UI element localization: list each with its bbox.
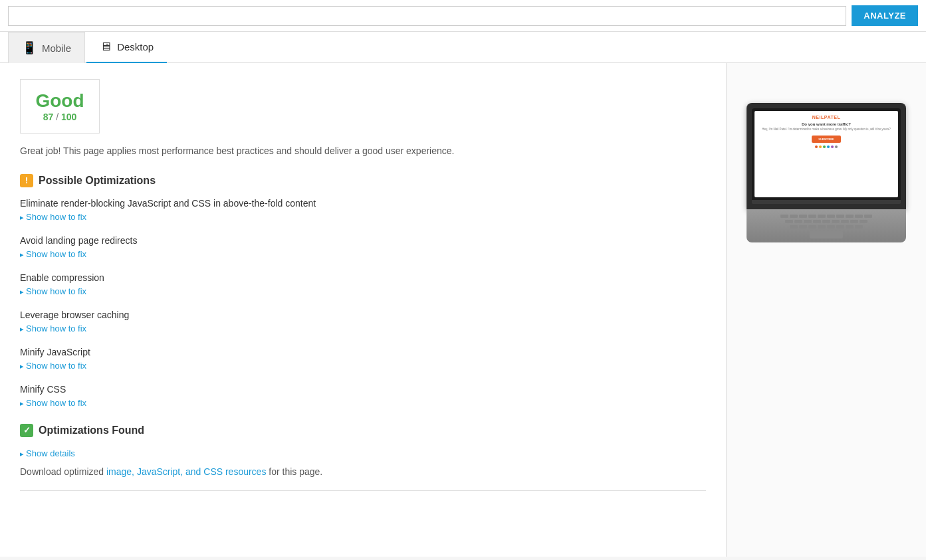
key [794, 220, 802, 223]
opt-item-2: Enable compression Show how to fix [20, 272, 706, 296]
score-label: Good [34, 90, 86, 112]
download-link[interactable]: image, JavaScript, and CSS resources [106, 466, 266, 477]
download-prefix: Download optimized [20, 466, 104, 477]
screen-cta-button: SUBSCRIBE [812, 136, 841, 143]
tab-mobile-label: Mobile [42, 43, 71, 54]
dot-3 [823, 145, 826, 148]
main-layout: Good 87 / 100 Great job! This page appli… [0, 63, 926, 557]
score-max: 100 [61, 112, 76, 122]
tabs-bar: 📱 Mobile 🖥 Desktop [0, 32, 926, 63]
key [846, 225, 854, 229]
opt-title-3: Leverage browser caching [20, 310, 706, 320]
key [864, 215, 872, 218]
check-icon: ✓ [20, 424, 33, 437]
optimizations-found-title: Optimizations Found [39, 424, 144, 436]
key [808, 215, 816, 218]
screen-heading: Do you want more traffic? [758, 122, 894, 126]
opt-item-1: Avoid landing page redirects Show how to… [20, 235, 706, 259]
key [804, 220, 812, 223]
laptop-screen: NEILPATEL Do you want more traffic? Hey,… [754, 111, 898, 197]
url-input[interactable]: http://neilpatel.com/ [8, 6, 846, 26]
show-link-3[interactable]: Show how to fix [20, 324, 86, 333]
key [860, 220, 868, 223]
warning-icon: ! [20, 174, 33, 187]
key [850, 220, 858, 223]
download-text: Download optimized image, JavaScript, an… [20, 466, 706, 477]
show-link-5[interactable]: Show how to fix [20, 398, 86, 408]
score-box: Good 87 / 100 [20, 79, 100, 134]
screen-cta-area: SUBSCRIBE [758, 136, 894, 143]
dot-6 [835, 145, 838, 148]
desktop-icon: 🖥 [100, 40, 112, 54]
key [827, 225, 835, 229]
mobile-icon: 📱 [22, 41, 37, 55]
opt-item-5: Minify CSS Show how to fix [20, 384, 706, 408]
key [790, 215, 798, 218]
score-number: 87 [43, 112, 54, 122]
laptop-bezel: NEILPATEL Do you want more traffic? Hey,… [752, 108, 901, 200]
tab-desktop[interactable]: 🖥 Desktop [86, 32, 167, 63]
keyboard-row-2 [754, 220, 898, 223]
keyboard-row-1 [754, 215, 898, 218]
description-text: Great job! This page applies most perfor… [20, 144, 706, 158]
laptop-trackpad [810, 231, 843, 238]
show-link-1[interactable]: Show how to fix [20, 249, 86, 259]
key [785, 220, 793, 223]
screen-dots [758, 145, 894, 148]
show-link-2[interactable]: Show how to fix [20, 286, 86, 296]
key [818, 225, 826, 229]
download-suffix: for this page. [269, 466, 322, 477]
key [846, 215, 854, 218]
key [822, 220, 830, 223]
tab-mobile[interactable]: 📱 Mobile [8, 32, 85, 63]
key [808, 225, 816, 229]
key [836, 215, 844, 218]
optimizations-found-section: ✓ Optimizations Found Show details Downl… [20, 424, 706, 477]
laptop-keyboard [747, 209, 906, 242]
dot-2 [819, 145, 822, 148]
dot-5 [831, 145, 834, 148]
key [813, 220, 821, 223]
optimizations-found-header: ✓ Optimizations Found [20, 424, 706, 437]
opt-title-2: Enable compression [20, 272, 706, 283]
score-value: 87 / 100 [34, 112, 86, 122]
dot-1 [815, 145, 818, 148]
url-bar: http://neilpatel.com/ ANALYZE [0, 0, 926, 32]
key [855, 225, 863, 229]
opt-title-5: Minify CSS [20, 384, 706, 395]
key [799, 225, 807, 229]
show-link-0[interactable]: Show how to fix [20, 212, 86, 222]
possible-optimizations-title: Possible Optimizations [39, 175, 156, 187]
show-details-link[interactable]: Show details [20, 448, 75, 458]
opt-item-4: Minify JavaScript Show how to fix [20, 347, 706, 371]
key [836, 225, 844, 229]
laptop-bottom-bar [752, 200, 901, 204]
opt-item-0: Eliminate render-blocking JavaScript and… [20, 198, 706, 222]
preview-panel: NEILPATEL Do you want more traffic? Hey,… [727, 63, 926, 557]
bottom-divider [20, 490, 706, 491]
keyboard-rows [747, 209, 906, 229]
key [780, 215, 788, 218]
laptop-footer [747, 229, 906, 238]
content-panel: Good 87 / 100 Great job! This page appli… [0, 63, 727, 557]
key [841, 220, 849, 223]
show-link-4[interactable]: Show how to fix [20, 361, 86, 371]
screen-brand: NEILPATEL [758, 115, 894, 120]
tab-desktop-label: Desktop [117, 41, 154, 52]
possible-optimizations-header: ! Possible Optimizations [20, 174, 706, 187]
key [790, 225, 798, 229]
dot-4 [827, 145, 830, 148]
opt-title-1: Avoid landing page redirects [20, 235, 706, 246]
key [799, 215, 807, 218]
analyze-button[interactable]: ANALYZE [852, 5, 918, 26]
opt-item-3: Leverage browser caching Show how to fix [20, 310, 706, 333]
laptop-screen-body: NEILPATEL Do you want more traffic? Hey,… [747, 103, 906, 209]
key [832, 220, 840, 223]
opt-title-0: Eliminate render-blocking JavaScript and… [20, 198, 706, 209]
screen-subtext: Hey, I'm Neil Patel. I'm determined to m… [758, 128, 894, 132]
laptop-mockup: NEILPATEL Do you want more traffic? Hey,… [747, 103, 906, 242]
key [827, 215, 835, 218]
opt-title-4: Minify JavaScript [20, 347, 706, 357]
keyboard-row-3 [754, 225, 898, 229]
key [855, 215, 863, 218]
